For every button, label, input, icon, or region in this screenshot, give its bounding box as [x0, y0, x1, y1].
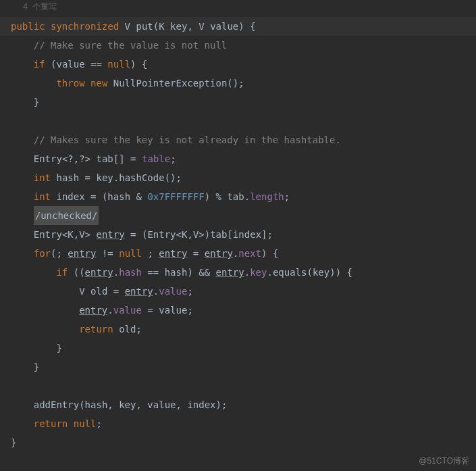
code-line: Entry<K,V> entry = (Entry<K,V>)tab[index…: [0, 225, 476, 244]
field-next: next: [238, 248, 261, 259]
type-Entry: Entry: [34, 229, 62, 240]
keyword-for: for: [34, 248, 51, 259]
keyword-if: if: [56, 267, 68, 278]
param-key: key: [170, 21, 187, 32]
type-V: V: [199, 21, 204, 32]
type-K: K: [159, 21, 164, 32]
type-Entry: Entry: [34, 153, 62, 164]
watermark: @51CTO博客: [419, 455, 469, 467]
code-line: /unchecked/: [0, 206, 476, 225]
param-value: value: [210, 21, 238, 32]
field-key: key: [250, 267, 267, 278]
suppress-tag: /unchecked/: [34, 206, 99, 225]
comment: // Makes sure the key is not already in …: [34, 134, 341, 145]
code-line: throw new NullPointerException();: [0, 74, 476, 93]
code-line: int hash = key.hashCode();: [0, 168, 476, 187]
code-line: }: [0, 339, 476, 357]
code-line: [0, 111, 476, 130]
code-line: }: [0, 93, 476, 111]
override-hint: 4 个重写: [0, 0, 476, 14]
keyword-public: public: [11, 21, 45, 32]
field-hash: hash: [119, 267, 142, 278]
field-value: value: [159, 286, 187, 297]
method-put: put: [136, 21, 153, 32]
keyword-new: new: [90, 78, 107, 89]
type-V: V: [125, 21, 130, 32]
keyword-return: return: [34, 418, 68, 429]
code-line: entry.value = value;: [0, 301, 476, 320]
code-line: [0, 376, 476, 395]
code-line: if ((entry.hash == hash) && entry.key.eq…: [0, 263, 476, 282]
keyword-throw: throw: [56, 78, 84, 89]
code-line: for(; entry != null ; entry = entry.next…: [0, 244, 476, 263]
keyword-int: int: [34, 191, 51, 202]
code-editor[interactable]: public synchronized V put(K key, V value…: [0, 14, 476, 452]
code-line: // Make sure the value is not null: [0, 36, 476, 55]
keyword-synchronized: synchronized: [51, 21, 119, 32]
code-line: Entry<?,?> tab[] = table;: [0, 149, 476, 168]
field-length: length: [250, 191, 284, 202]
keyword-int: int: [34, 172, 51, 183]
code-line: }: [0, 433, 476, 452]
code-line: addEntry(hash, key, value, index);: [0, 395, 476, 414]
comment: // Make sure the value is not null: [34, 40, 228, 51]
code-line: public synchronized V put(K key, V value…: [0, 17, 476, 36]
code-line: return old;: [0, 320, 476, 339]
code-line: if (value == null) {: [0, 55, 476, 74]
code-line: int index = (hash & 0x7FFFFFFF) % tab.le…: [0, 187, 476, 206]
code-line: }: [0, 357, 476, 376]
keyword-if: if: [34, 59, 45, 70]
code-line: return null;: [0, 414, 476, 433]
code-line: V old = entry.value;: [0, 282, 476, 301]
code-line: // Makes sure the key is not already in …: [0, 130, 476, 149]
var-entry: entry: [97, 229, 125, 240]
keyword-return: return: [79, 324, 113, 334]
type-NullPointerException: NullPointerException: [113, 78, 228, 89]
number-mask: 0x7FFFFFFF: [147, 191, 204, 202]
method-addEntry: addEntry: [34, 399, 79, 410]
field-table: table: [142, 153, 170, 164]
keyword-null: null: [107, 59, 130, 70]
